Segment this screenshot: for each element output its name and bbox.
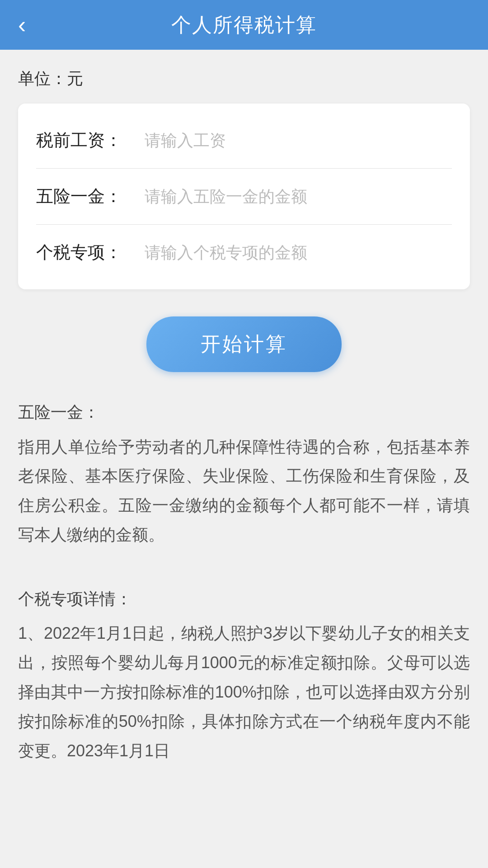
unit-label: 单位：元 xyxy=(18,68,470,90)
salary-label: 税前工资： xyxy=(36,129,136,152)
main-content: 单位：元 税前工资： 五险一金： 个税专项： 开始计算 五险一金： 指用人单位给… xyxy=(0,50,488,811)
divider xyxy=(18,568,470,586)
insurance-info-title: 五险一金： xyxy=(18,399,470,425)
salary-input[interactable] xyxy=(136,131,452,150)
calc-button[interactable]: 开始计算 xyxy=(146,316,342,372)
special-deduction-info-title: 个税专项详情： xyxy=(18,586,470,612)
insurance-info-body: 指用人单位给予劳动者的几种保障性待遇的合称，包括基本养老保险、基本医疗保险、失业… xyxy=(18,433,470,550)
insurance-info-section: 五险一金： 指用人单位给予劳动者的几种保障性待遇的合称，包括基本养老保险、基本医… xyxy=(18,399,470,550)
header: ‹ 个人所得税计算 xyxy=(0,0,488,50)
special-deduction-info-section: 个税专项详情： 1、2022年1月1日起，纳税人照护3岁以下婴幼儿子女的相关支出… xyxy=(18,586,470,766)
calc-btn-wrapper: 开始计算 xyxy=(18,316,470,372)
insurance-label: 五险一金： xyxy=(36,185,136,208)
special-deduction-info-body: 1、2022年1月1日起，纳税人照护3岁以下婴幼儿子女的相关支出，按照每个婴幼儿… xyxy=(18,619,470,765)
special-deduction-label: 个税专项： xyxy=(36,241,136,264)
page-title: 个人所得税计算 xyxy=(171,12,317,38)
back-button[interactable]: ‹ xyxy=(18,13,26,37)
insurance-row: 五险一金： xyxy=(36,169,452,225)
salary-row: 税前工资： xyxy=(36,113,452,169)
form-card: 税前工资： 五险一金： 个税专项： xyxy=(18,104,470,289)
insurance-input[interactable] xyxy=(136,187,452,206)
special-deduction-input[interactable] xyxy=(136,243,452,262)
special-deduction-row: 个税专项： xyxy=(36,225,452,280)
